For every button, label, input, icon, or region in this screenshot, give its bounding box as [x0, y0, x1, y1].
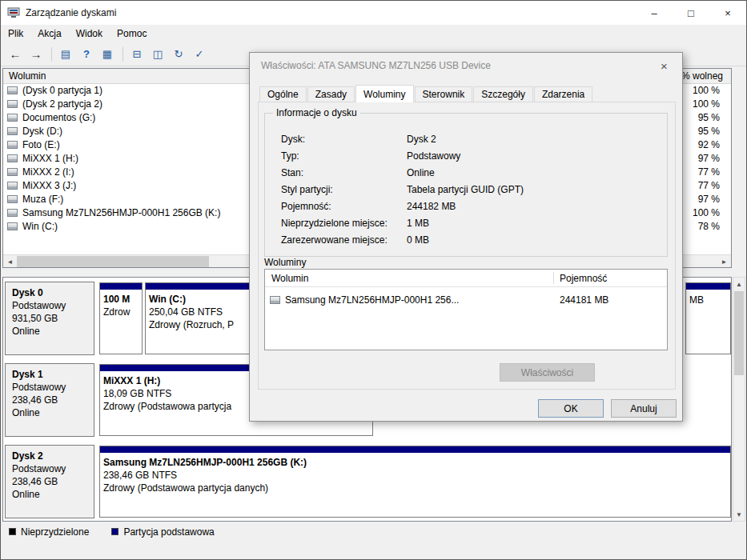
vertical-scrollbar[interactable]: ▲ ▼	[733, 277, 745, 522]
cancel-button[interactable]: Anuluj	[611, 399, 677, 418]
info-value: Dysk 2	[407, 131, 661, 148]
column-header-wolumin[interactable]: Wolumin	[265, 273, 308, 284]
volume-name: Muza (F:)	[22, 194, 63, 205]
info-value: Podstawowy	[407, 148, 661, 165]
partition[interactable]: Win (C:) 250,04 GB NTFS Zdrowy (Rozruch,…	[145, 282, 251, 354]
tab-ogolne[interactable]: Ogólne	[259, 86, 307, 102]
tab-woluminy[interactable]: Woluminy	[355, 85, 413, 102]
scroll-right-icon[interactable]: ►	[717, 255, 731, 268]
tab-zdarzenia[interactable]: Zdarzenia	[534, 86, 592, 102]
info-label: Pojemność:	[281, 198, 407, 215]
disk-type: Podstawowy	[12, 381, 87, 394]
partition-size: 250,04 GB NTFS	[146, 306, 250, 318]
volume-free-percent: 97 %	[681, 152, 720, 166]
drive-icon	[7, 141, 18, 149]
disk-1-header[interactable]: Dysk 1 Podstawowy 238,46 GB Online	[5, 363, 94, 437]
disk-name: Dysk 2	[12, 450, 87, 462]
volume-name: (Dysk 2 partycja 2)	[22, 98, 102, 110]
info-label: Typ:	[281, 148, 407, 165]
info-row: Styl partycji:Tabela partycji GUID (GPT)	[281, 182, 661, 198]
info-label: Zarezerwowane miejsce:	[281, 232, 407, 249]
back-icon[interactable]: ←	[6, 46, 25, 63]
volume-free-percent: 78 %	[681, 220, 720, 234]
partition[interactable]: Samsung Mz7LN256HMJP-000H1 256GB (K:) 23…	[99, 446, 731, 518]
volume-free-percent: 77 %	[681, 179, 720, 193]
info-label: Stan:	[281, 165, 407, 182]
volume-free-percent: 97 %	[681, 193, 720, 206]
disk-type: Podstawowy	[12, 462, 87, 475]
menu-akcja[interactable]: Akcja	[30, 25, 68, 42]
partition[interactable]: 100 M Zdrow	[99, 282, 143, 354]
menu-pomoc[interactable]: Pomoc	[110, 25, 154, 42]
dialog-title: Właściwości: ATA SAMSUNG MZ7LN256 USB De…	[261, 53, 491, 79]
console-window-icon[interactable]: ▦	[98, 46, 117, 63]
info-row: Stan:Online	[281, 165, 661, 182]
tab-szczegoly[interactable]: Szczegóły	[473, 86, 533, 102]
volume-name: Win (C:)	[22, 221, 58, 232]
menu-widok[interactable]: Widok	[69, 25, 110, 42]
info-row: Typ:Podstawowy	[281, 148, 661, 165]
menu-bar: Plik Akcja Widok Pomoc	[1, 25, 746, 42]
legend-label: Nieprzydzielone	[21, 526, 89, 538]
maximize-button[interactable]: □	[673, 1, 709, 25]
drive-icon	[7, 100, 18, 108]
check-icon[interactable]: ✓	[190, 46, 209, 63]
scroll-down-icon[interactable]: ▼	[733, 508, 745, 521]
ok-button[interactable]: OK	[538, 399, 604, 418]
export-list-icon[interactable]: ⊟	[127, 46, 147, 63]
drive-icon	[7, 182, 18, 190]
dialog-close-icon[interactable]: ×	[646, 54, 682, 78]
minimize-button[interactable]: –	[636, 1, 673, 25]
column-header-volume[interactable]: Wolumin	[3, 70, 46, 82]
volume-free-percent: 92 %	[681, 138, 720, 152]
partition-status: Zdrowy (Rozruch, P	[146, 318, 250, 331]
disk-size: 238,46 GB	[12, 394, 87, 406]
toolbar-separator	[51, 47, 52, 62]
table-volume-name: Samsung Mz7LN256HMJP-000H1 256...	[285, 294, 459, 306]
partition[interactable]: MB	[685, 282, 731, 354]
forward-icon[interactable]: →	[26, 46, 46, 63]
volume-name: (Dysk 0 partycja 1)	[22, 85, 102, 96]
groupbox-title: Informacje o dysku	[273, 107, 360, 118]
show-console-tree-icon[interactable]: ▤	[56, 46, 75, 63]
volumes-table-header: Wolumin Pojemność	[265, 270, 667, 287]
volume-table-row[interactable]: Samsung Mz7LN256HMJP-000H1 256... 244181…	[265, 293, 667, 307]
info-row: Dysk:Dysk 2	[281, 131, 661, 148]
column-header-pojemnosc[interactable]: Pojemność	[560, 270, 607, 287]
properties-button: Właściwości	[500, 363, 595, 382]
scroll-up-icon[interactable]: ▲	[733, 278, 745, 290]
info-value: 244182 MB	[407, 198, 661, 215]
legend-unallocated: Nieprzydzielone	[9, 526, 89, 538]
volume-name: MiXXX 2 (I:)	[22, 166, 74, 178]
partition-color-band	[100, 283, 142, 290]
disk-name: Dysk 1	[12, 368, 87, 381]
drive-icon	[270, 296, 280, 304]
volume-free-percent: 100 %	[681, 98, 720, 111]
disk-2-header[interactable]: Dysk 2 Podstawowy 238,46 GB Online	[5, 445, 94, 518]
drive-icon	[7, 114, 18, 122]
scrollbar-thumb[interactable]	[17, 256, 209, 267]
column-header-free-space[interactable]: % wolneg	[681, 69, 726, 84]
refresh-icon[interactable]: ↻	[169, 46, 188, 63]
info-value: 0 MB	[407, 232, 661, 249]
partition-label: Samsung Mz7LN256HMJP-000H1 256GB (K:)	[100, 453, 730, 469]
help-icon[interactable]: ?	[77, 46, 96, 63]
disk-status: Online	[12, 325, 87, 338]
toolbar-separator	[122, 47, 123, 62]
disk-0-header[interactable]: Dysk 0 Podstawowy 931,50 GB Online	[5, 282, 94, 355]
tab-zasady[interactable]: Zasady	[307, 86, 355, 102]
scroll-left-icon[interactable]: ◄	[3, 255, 17, 268]
tab-sterownik[interactable]: Sterownik	[415, 86, 473, 102]
volume-free-percent: 100 %	[681, 84, 720, 98]
menu-plik[interactable]: Plik	[1, 25, 30, 42]
window-title: Zarządzanie dyskami	[26, 7, 116, 18]
column-divider[interactable]	[553, 272, 554, 284]
disk-icon[interactable]: ◫	[148, 46, 167, 63]
close-button[interactable]: ×	[709, 1, 746, 25]
volume-name: Samsung Mz7LN256HMJP-000H1 256GB (K:)	[22, 207, 220, 218]
volume-name: MiXXX 1 (H:)	[22, 153, 78, 164]
scrollbar-thumb[interactable]	[734, 291, 744, 375]
drive-icon	[7, 209, 18, 217]
dialog-tabs: Ogólne Zasady Woluminy Sterownik Szczegó…	[259, 85, 593, 102]
partition-label: Win (C:)	[146, 290, 250, 306]
